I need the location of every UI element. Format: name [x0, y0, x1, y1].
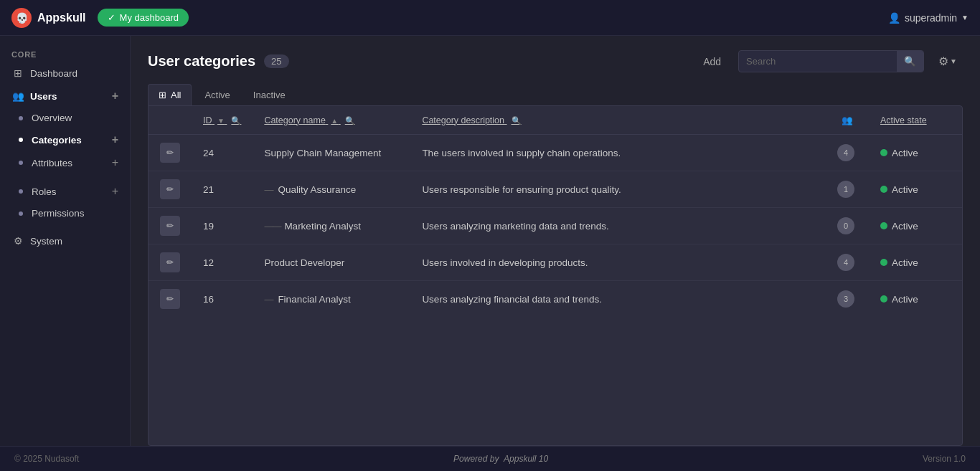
state-label: Active: [892, 221, 918, 232]
cell-user-count: 0: [826, 208, 869, 244]
sidebar-item-roles[interactable]: Roles +: [0, 180, 130, 203]
category-name: Marketing Analyst: [284, 221, 361, 232]
tab-inactive-label: Inactive: [253, 90, 286, 100]
permissions-dot: [19, 211, 23, 216]
edit-button[interactable]: ✏: [160, 143, 180, 163]
sidebar-overview-label: Overview: [32, 113, 72, 123]
user-count-badge: 4: [837, 254, 854, 271]
sidebar-item-overview[interactable]: Overview: [0, 108, 130, 128]
col-header-desc[interactable]: Category description 🔍: [410, 106, 826, 135]
cell-active-state: Active: [869, 244, 962, 281]
user-count-badge: 1: [837, 181, 854, 198]
sidebar-item-dashboard[interactable]: ⊞ Dashboard: [0, 62, 130, 85]
sidebar-roles-label: Roles: [32, 186, 57, 197]
attributes-dot: [19, 161, 23, 165]
table-row: ✏16—Financial AnalystUsers analyzing fin…: [149, 281, 962, 318]
username: superadmin: [905, 12, 957, 24]
cell-user-count: 1: [826, 171, 869, 208]
cell-user-count: 3: [826, 281, 869, 318]
user-menu[interactable]: 👤 superadmin ▼: [888, 12, 969, 24]
dashboard-button[interactable]: ✓ My dashboard: [98, 9, 189, 27]
cell-id: 24: [192, 135, 253, 171]
cell-description: The users involved in supply chain opera…: [410, 135, 826, 171]
desc-search-icon[interactable]: 🔍: [512, 116, 522, 125]
cell-id: 21: [192, 171, 253, 208]
count-badge: 25: [264, 54, 288, 68]
footer-powered-by: Powered by: [453, 454, 499, 464]
cell-active-state: Active: [869, 135, 962, 171]
footer: © 2025 Nudasoft Powered by Appskull 10 V…: [0, 446, 980, 471]
indent-dash-icon: —: [264, 294, 273, 305]
tab-active[interactable]: Active: [194, 85, 240, 105]
footer-powered: Powered by Appskull 10: [453, 454, 548, 464]
state-label: Active: [892, 294, 918, 305]
sidebar-item-attributes[interactable]: Attributes +: [0, 151, 130, 174]
table-container: ID ▼ 🔍 Category name ▲ 🔍 Category descri…: [148, 105, 963, 446]
col-id-label: ID: [203, 115, 212, 125]
cell-active-state: Active: [869, 171, 962, 208]
cell-name: —Financial Analyst: [253, 281, 410, 318]
brand: 💀 Appskull: [11, 8, 86, 28]
edit-button[interactable]: ✏: [160, 289, 180, 309]
search-container: 🔍: [738, 50, 924, 72]
sidebar-item-users[interactable]: 👥 Users +: [0, 85, 130, 108]
attributes-add-icon[interactable]: +: [112, 156, 118, 169]
id-search-icon[interactable]: 🔍: [231, 116, 241, 125]
footer-version: Version 1.0: [923, 454, 966, 464]
col-header-id[interactable]: ID ▼ 🔍: [192, 106, 253, 135]
edit-button[interactable]: ✏: [160, 252, 180, 272]
active-indicator: [880, 222, 887, 229]
tab-all-label: All: [171, 90, 181, 100]
search-submit-button[interactable]: 🔍: [897, 51, 923, 72]
search-input[interactable]: [739, 52, 897, 71]
category-name: Financial Analyst: [278, 294, 350, 305]
sidebar-users-label: Users: [30, 91, 57, 102]
col-name-label: Category name: [264, 115, 325, 125]
sidebar-dashboard-label: Dashboard: [30, 68, 77, 79]
cell-name: Supply Chain Management: [253, 135, 410, 171]
name-sort-asc-icon: ▲: [331, 117, 338, 125]
categories-table: ID ▼ 🔍 Category name ▲ 🔍 Category descri…: [149, 106, 962, 317]
all-grid-icon: ⊞: [159, 90, 166, 100]
sidebar-item-permissions[interactable]: Permissions: [0, 203, 130, 224]
categories-dot: [19, 138, 23, 142]
sidebar: CORE ⊞ Dashboard 👥 Users + Overview Cate…: [0, 36, 131, 446]
cell-user-count: 4: [826, 135, 869, 171]
name-search-icon[interactable]: 🔍: [345, 116, 355, 125]
sidebar-item-system[interactable]: ⚙ System: [0, 229, 130, 252]
users-count-icon: 👥: [842, 115, 853, 125]
cell-user-count: 4: [826, 244, 869, 281]
active-indicator: [880, 149, 887, 156]
col-header-state[interactable]: Active state: [869, 106, 962, 135]
cell-id: 19: [192, 208, 253, 244]
categories-add-icon[interactable]: +: [112, 133, 118, 146]
topnav: 💀 Appskull ✓ My dashboard 👤 superadmin ▼: [0, 0, 980, 36]
cell-description: Users involved in developing products.: [410, 244, 826, 281]
cell-name: Product Developer: [253, 244, 410, 281]
tab-inactive[interactable]: Inactive: [243, 85, 296, 105]
sidebar-section-core: CORE: [0, 44, 130, 62]
sidebar-permissions-label: Permissions: [32, 208, 85, 219]
users-add-icon[interactable]: +: [112, 90, 118, 103]
page-title: User categories: [148, 53, 255, 70]
brand-name: Appskull: [37, 11, 86, 24]
col-header-name[interactable]: Category name ▲ 🔍: [253, 106, 410, 135]
cell-description: Users analyzing marketing data and trend…: [410, 208, 826, 244]
tab-all[interactable]: ⊞ All: [148, 84, 192, 105]
user-count-badge: 0: [837, 217, 854, 234]
edit-button[interactable]: ✏: [160, 216, 180, 236]
state-label: Active: [892, 184, 918, 195]
user-count-badge: 4: [837, 144, 854, 161]
category-name: Product Developer: [264, 257, 344, 268]
sidebar-item-categories[interactable]: Categories +: [0, 128, 130, 151]
sidebar-categories-label: Categories: [32, 135, 82, 146]
table-row: ✏24Supply Chain ManagementThe users invo…: [149, 135, 962, 171]
edit-button[interactable]: ✏: [160, 179, 180, 199]
cell-description: Users analyzing financial data and trend…: [410, 281, 826, 318]
id-sort-desc-icon: ▼: [217, 117, 225, 125]
cell-name: —Quality Assurance: [253, 171, 410, 208]
settings-button[interactable]: ⚙ ▼: [933, 50, 963, 72]
add-button[interactable]: Add: [694, 52, 730, 72]
roles-add-icon[interactable]: +: [112, 185, 118, 198]
main-content: User categories 25 Add 🔍 ⚙ ▼ ⊞ All Act: [131, 36, 980, 446]
